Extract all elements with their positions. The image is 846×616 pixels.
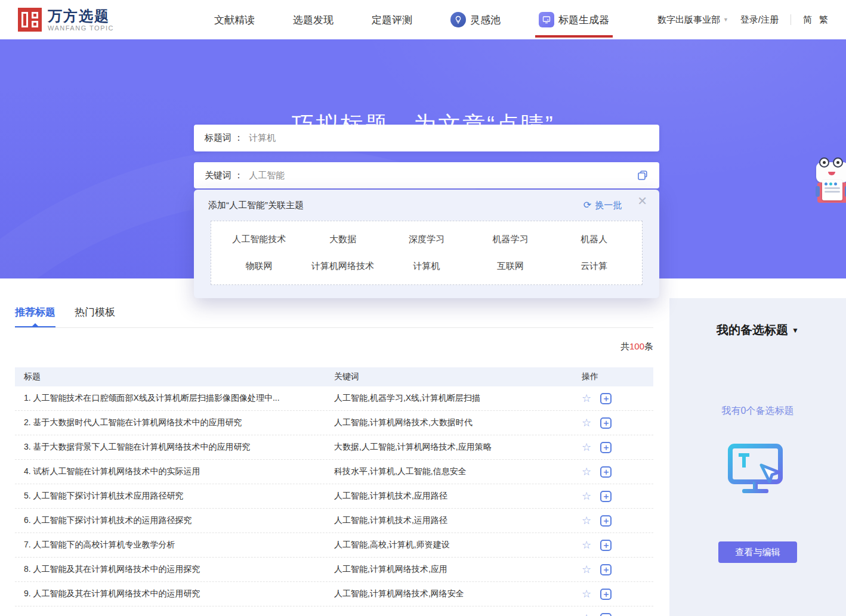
mascot-body — [817, 182, 846, 203]
tab-popular-templates[interactable]: 热门模板 — [75, 305, 115, 328]
plus-icon[interactable]: ＋ — [600, 491, 612, 502]
tabs-divider — [15, 327, 653, 328]
document-icon — [822, 180, 842, 200]
keyword-input[interactable] — [249, 171, 637, 181]
plus-icon[interactable]: ＋ — [600, 393, 612, 404]
keyword-field[interactable]: 关键词 ： — [194, 162, 659, 188]
copy-icon[interactable] — [637, 169, 649, 181]
star-icon[interactable]: ☆ — [582, 417, 591, 428]
topic-chip[interactable]: 互联网 — [497, 261, 524, 272]
login-register-link[interactable]: 登录/注册 — [740, 14, 779, 26]
logo-subtitle: WANFANG TOPIC — [48, 24, 114, 32]
row-keywords: 大数据,人工智能,计算机网络技术,应用策略 — [334, 442, 582, 453]
row-title[interactable]: 4. 试析人工智能在计算机网络技术中的实际运用 — [15, 466, 334, 477]
star-icon[interactable]: ☆ — [582, 613, 591, 616]
col-header-keywords: 关键词 — [334, 372, 582, 382]
plus-icon[interactable]: ＋ — [600, 540, 612, 551]
related-topics-box: 人工智能技术 大数据 深度学习 机器学习 机器人 物联网 计算机网络技术 计算机… — [211, 221, 643, 285]
star-icon[interactable]: ☆ — [582, 564, 591, 575]
nav-item-topic-evaluation[interactable]: 定题评测 — [372, 0, 412, 39]
plus-icon[interactable]: ＋ — [600, 515, 612, 527]
candidate-count-text: 我有0个备选标题 — [669, 405, 846, 417]
nav-item-literature-reading[interactable]: 文献精读 — [214, 0, 255, 39]
star-icon[interactable]: ☆ — [582, 589, 591, 599]
page: 万方选题 WANFANG TOPIC 文献精读 选题发现 定题评测 灵感池 标题… — [0, 0, 846, 616]
plus-icon[interactable]: ＋ — [600, 613, 612, 616]
topic-chip[interactable]: 深度学习 — [409, 234, 444, 245]
row-keywords: 人工智能,计算机网络技术,网络安全 — [334, 589, 582, 599]
results-section: 推荐标题 热门模板 共100条 标题 关键词 操作 1. 人工智能技术在口腔颌面… — [0, 278, 669, 616]
topic-chip[interactable]: 计算机网络技术 — [311, 261, 374, 272]
close-icon[interactable]: ✕ — [637, 195, 647, 207]
top-navigation-bar: 万方选题 WANFANG TOPIC 文献精读 选题发现 定题评测 灵感池 标题… — [0, 0, 846, 39]
wanfang-logo-icon — [18, 8, 42, 32]
row-keywords: 人工智能,机器学习,X线,计算机断层扫描 — [334, 393, 582, 404]
row-keywords: 人工智能,计算机网络技术,应用 — [334, 564, 582, 575]
col-header-actions: 操作 — [582, 372, 653, 382]
department-dropdown[interactable]: 数字出版事业部 ▼ — [657, 14, 728, 26]
tab-recommended-titles[interactable]: 推荐标题 — [15, 305, 55, 328]
monitor-cursor-icon — [669, 442, 846, 500]
table-row: 1. 人工智能技术在口腔颌面部X线及计算机断层扫描影像图像处理中... 人工智能… — [15, 386, 653, 411]
topic-chip[interactable]: 云计算 — [581, 261, 607, 272]
results-tabs: 推荐标题 热门模板 — [15, 305, 115, 328]
view-edit-button[interactable]: 查看与编辑 — [718, 541, 797, 563]
row-title[interactable]: 3. 基于大数据背景下人工智能在计算机网络技术中的应用研究 — [15, 442, 334, 453]
row-title[interactable]: 2. 基于大数据时代人工智能在计算机网络技术中的应用研究 — [15, 417, 334, 428]
lang-traditional-toggle[interactable]: 繁 — [819, 14, 828, 26]
related-topics-panel: 添加“人工智能”关联主题 ⟳ 换一批 ✕ 人工智能技术 大数据 深度学习 机器学… — [194, 190, 659, 298]
star-icon[interactable]: ☆ — [582, 491, 591, 502]
star-icon[interactable]: ☆ — [582, 442, 591, 453]
table-row: 9. 人工智能及其在计算机网络技术中的运用研究 人工智能,计算机网络技术,网络安… — [15, 582, 653, 606]
topic-chip[interactable]: 大数据 — [329, 234, 356, 245]
title-word-field[interactable]: 标题词 ： — [194, 125, 659, 151]
row-keywords: 科技水平,计算机,人工智能,信息安全 — [334, 466, 582, 477]
row-title[interactable]: 8. 人工智能及其在计算机网络技术中的运用探究 — [15, 564, 334, 575]
star-icon[interactable]: ☆ — [582, 466, 591, 477]
topic-chip[interactable]: 机器人 — [581, 234, 607, 245]
topic-chip[interactable]: 物联网 — [246, 261, 273, 272]
title-word-input[interactable] — [249, 133, 649, 143]
topic-chip[interactable]: 机器学习 — [492, 234, 528, 245]
plus-icon[interactable]: ＋ — [600, 442, 612, 453]
topic-chip[interactable]: 计算机 — [413, 261, 440, 272]
nav-item-inspiration-pool[interactable]: 灵感池 — [450, 0, 501, 39]
total-count: 共100条 — [620, 341, 653, 352]
sidebar-title-dropdown[interactable]: 我的备选标题 ▼ — [717, 322, 799, 338]
wanfang-logo[interactable]: 万方选题 WANFANG TOPIC — [18, 8, 114, 32]
refresh-batch-button[interactable]: ⟳ 换一批 — [583, 200, 622, 211]
star-icon[interactable]: ☆ — [582, 515, 591, 526]
plus-icon[interactable]: ＋ — [600, 589, 612, 600]
table-row: 5. 人工智能下探讨计算机技术应用路径研究 人工智能,计算机技术,应用路径 ☆＋ — [15, 484, 653, 509]
star-icon[interactable]: ☆ — [582, 393, 591, 404]
plus-icon[interactable]: ＋ — [600, 564, 612, 575]
related-topics-title: 添加“人工智能”关联主题 — [208, 200, 304, 211]
col-header-title: 标题 — [15, 372, 334, 382]
nav-item-title-generator[interactable]: 标题生成器 — [539, 0, 609, 39]
lang-simplified-toggle[interactable]: 简 — [803, 14, 812, 26]
topic-chip[interactable]: 人工智能技术 — [232, 234, 286, 245]
row-title[interactable]: 7. 人工智能下的高校计算机专业教学分析 — [15, 540, 334, 550]
candidate-titles-sidebar: 我的备选标题 ▼ 我有0个备选标题 — [669, 298, 846, 616]
row-title[interactable]: 5. 人工智能下探讨计算机技术应用路径研究 — [15, 491, 334, 502]
table-row: 3. 基于大数据背景下人工智能在计算机网络技术中的应用研究 大数据,人工智能,计… — [15, 435, 653, 460]
row-title[interactable]: 1. 人工智能技术在口腔颌面部X线及计算机断层扫描影像图像处理中... — [15, 393, 334, 404]
row-keywords: 人工智能,高校,计算机,师资建设 — [334, 540, 582, 550]
chevron-down-icon: ▼ — [723, 17, 728, 23]
plus-icon[interactable]: ＋ — [600, 417, 612, 429]
row-keywords: 人工智能,计算机网络技术,大数据时代 — [334, 417, 582, 428]
row-title[interactable]: 9. 人工智能及其在计算机网络技术中的运用研究 — [15, 589, 334, 599]
nav-item-topic-discovery[interactable]: 选题发现 — [293, 0, 334, 39]
table-row-partial: ☆＋ — [15, 606, 653, 616]
refresh-icon: ⟳ — [583, 200, 591, 210]
plus-icon[interactable]: ＋ — [600, 466, 612, 478]
table-row: 8. 人工智能及其在计算机网络技术中的运用探究 人工智能,计算机网络技术,应用 … — [15, 558, 653, 582]
row-keywords: 人工智能,计算机技术,运用路径 — [334, 515, 582, 526]
lightbulb-icon — [450, 12, 466, 27]
star-icon[interactable]: ☆ — [582, 540, 591, 550]
main-nav: 文献精读 选题发现 定题评测 灵感池 标题生成器 — [214, 0, 609, 39]
row-title[interactable]: 6. 人工智能下探讨计算机技术的运用路径探究 — [15, 515, 334, 526]
header-right: 数字出版事业部 ▼ 登录/注册 简 繁 — [657, 14, 828, 26]
mascot-widget[interactable] — [816, 159, 846, 208]
table-header: 标题 关键词 操作 — [15, 367, 653, 386]
